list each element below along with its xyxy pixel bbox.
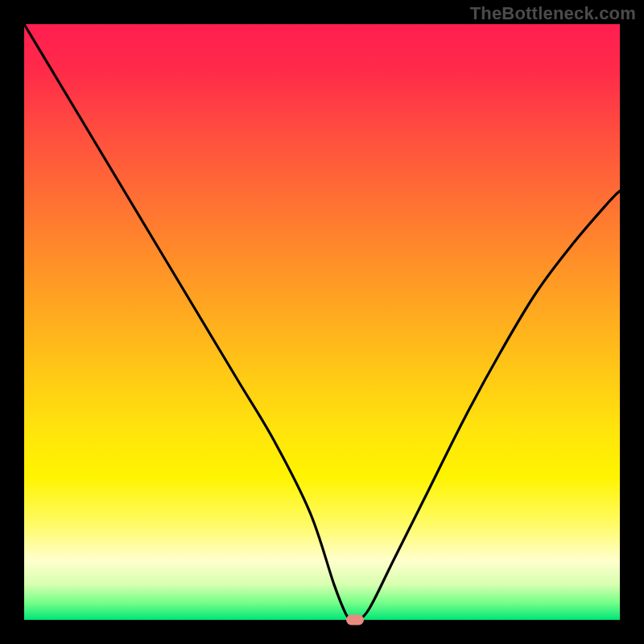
plot-area [24, 24, 620, 620]
chart-frame: TheBottleneck.com [0, 0, 644, 644]
optimum-marker [346, 615, 364, 625]
curve-path [24, 24, 620, 621]
bottleneck-curve [24, 24, 620, 620]
watermark-text: TheBottleneck.com [470, 3, 636, 24]
